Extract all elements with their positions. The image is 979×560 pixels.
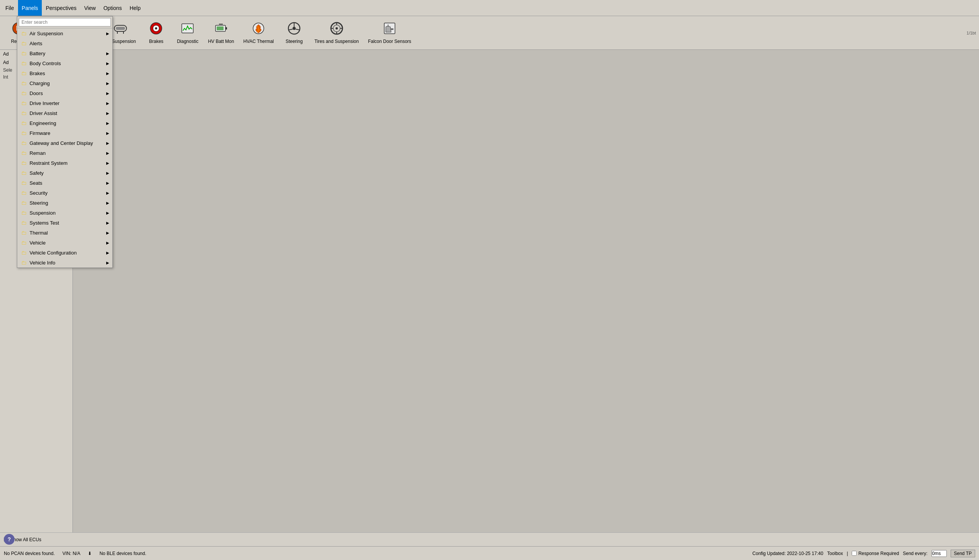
dropdown-item-vehicle-configuration[interactable]: 🗀Vehicle Configuration▶: [17, 248, 112, 258]
dropdown-item-label: Brakes: [30, 70, 45, 76]
response-required-label[interactable]: Response Required: [852, 551, 899, 556]
diagnostic-icon: [181, 22, 194, 37]
folder-icon: 🗀: [21, 190, 27, 196]
toolbox-label: Toolbox: [827, 551, 843, 556]
dropdown-item-label: Restraint System: [30, 160, 67, 166]
folder-icon: 🗀: [21, 130, 27, 136]
dropdown-item-label: Vehicle Info: [30, 260, 55, 266]
submenu-arrow-icon: ▶: [106, 91, 109, 95]
toolbar-btn-hvac-thermal-label: HVAC Thermal: [243, 39, 274, 44]
hv-batt-mon-icon: [214, 22, 228, 37]
hvac-thermal-icon: [252, 22, 265, 37]
svg-rect-32: [390, 28, 394, 30]
svg-point-26: [335, 27, 338, 30]
dropdown-item-seats[interactable]: 🗀Seats▶: [17, 178, 112, 188]
dropdown-item-suspension[interactable]: 🗀Suspension▶: [17, 208, 112, 218]
toolbar-btn-steering[interactable]: Steering: [279, 18, 309, 48]
dropdown-item-doors[interactable]: 🗀Doors▶: [17, 88, 112, 98]
toolbar-btn-brakes[interactable]: Brakes: [141, 18, 172, 48]
dropdown-item-thermal[interactable]: 🗀Thermal▶: [17, 228, 112, 238]
folder-icon: 🗀: [21, 140, 27, 146]
submenu-arrow-icon: ▶: [106, 261, 109, 265]
dropdown-items-list: 🗀Air Suspension▶🗀Alerts🗀Battery▶🗀Body Co…: [17, 28, 112, 268]
toolbar-btn-tires-suspension[interactable]: Tires and Suspension: [310, 18, 363, 48]
folder-icon: 🗀: [21, 160, 27, 166]
dropdown-search-input[interactable]: [19, 18, 111, 27]
dropdown-item-security[interactable]: 🗀Security▶: [17, 188, 112, 198]
toolbar-btn-diagnostic-label: Diagnostic: [177, 39, 198, 44]
ble-status: No BLE devices found.: [99, 551, 146, 556]
toolbar-btn-falcon-door[interactable]: Falcon Door Sensors: [364, 18, 416, 48]
dropdown-item-charging[interactable]: 🗀Charging▶: [17, 78, 112, 88]
submenu-arrow-icon: ▶: [106, 81, 109, 85]
dropdown-item-vehicle[interactable]: 🗀Vehicle▶: [17, 238, 112, 248]
dropdown-item-engineering[interactable]: 🗀Engineering▶: [17, 118, 112, 128]
dropdown-item-firmware[interactable]: 🗀Firmware▶: [17, 128, 112, 138]
menu-view[interactable]: View: [80, 0, 100, 16]
dropdown-item-battery[interactable]: 🗀Battery▶: [17, 48, 112, 58]
menubar: File Panels Perspectives View Options He…: [0, 0, 979, 16]
dropdown-item-label: Reman: [30, 150, 46, 156]
dropdown-item-reman[interactable]: 🗀Reman▶: [17, 148, 112, 158]
menu-help[interactable]: Help: [126, 0, 145, 16]
statusbar-right: Config Updated: 2022-10-25 17:40 Toolbox…: [752, 550, 975, 557]
download-icon: ⬇: [88, 551, 92, 556]
dropdown-item-label: Driver Assist: [30, 110, 57, 116]
dropdown-item-label: Gateway and Center Display: [30, 140, 93, 146]
air-suspension-icon: [113, 22, 127, 37]
folder-icon: 🗀: [21, 40, 27, 47]
menu-perspectives[interactable]: Perspectives: [42, 0, 80, 16]
dropdown-item-label: Charging: [30, 80, 50, 86]
dropdown-item-air-suspension[interactable]: 🗀Air Suspension▶: [17, 28, 112, 38]
folder-icon: 🗀: [21, 240, 27, 246]
dropdown-item-driver-assist[interactable]: 🗀Driver Assist▶: [17, 108, 112, 118]
dropdown-item-drive-inverter[interactable]: 🗀Drive Inverter▶: [17, 98, 112, 108]
tires-suspension-icon: [330, 22, 344, 37]
submenu-arrow-icon: ▶: [106, 101, 109, 105]
dropdown-item-label: Engineering: [30, 120, 56, 126]
bottom-panel: Show All ECUs: [0, 532, 979, 546]
dropdown-item-body-controls[interactable]: 🗀Body Controls▶: [17, 58, 112, 68]
submenu-arrow-icon: ▶: [106, 121, 109, 125]
dropdown-item-label: Suspension: [30, 210, 56, 216]
steering-icon: [287, 22, 301, 37]
dropdown-item-systems-test[interactable]: 🗀Systems Test▶: [17, 218, 112, 228]
submenu-arrow-icon: ▶: [106, 181, 109, 185]
toolbar-btn-hv-batt-mon[interactable]: HV Batt Mon: [203, 18, 238, 48]
dropdown-item-steering[interactable]: 🗀Steering▶: [17, 198, 112, 208]
toolbar-btn-diagnostic[interactable]: Diagnostic: [172, 18, 203, 48]
menu-panels[interactable]: Panels: [18, 0, 42, 16]
dropdown-item-brakes[interactable]: 🗀Brakes▶: [17, 68, 112, 78]
dropdown-item-alerts[interactable]: 🗀Alerts: [17, 38, 112, 48]
dropdown-item-safety[interactable]: 🗀Safety▶: [17, 168, 112, 178]
folder-icon: 🗀: [21, 170, 27, 176]
response-required-checkbox[interactable]: [852, 551, 857, 556]
dropdown-search-container: [17, 17, 112, 28]
toolbar-btn-hvac-thermal[interactable]: HVAC Thermal: [239, 18, 278, 48]
dropdown-item-label: Security: [30, 190, 48, 196]
submenu-arrow-icon: ▶: [106, 241, 109, 245]
folder-icon: 🗀: [21, 50, 27, 56]
toolbar-scroll-indicator: 1/1bt: [967, 31, 976, 35]
dropdown-item-label: Systems Test: [30, 220, 59, 226]
dropdown-item-label: Air Suspension: [30, 31, 63, 37]
folder-icon: 🗀: [21, 70, 27, 76]
send-every-input[interactable]: [931, 550, 947, 557]
folder-icon: 🗀: [21, 200, 27, 206]
submenu-arrow-icon: ▶: [106, 151, 109, 155]
folder-icon: 🗀: [21, 180, 27, 186]
dropdown-item-label: Doors: [30, 90, 43, 96]
toolbar-btn-tires-suspension-label: Tires and Suspension: [314, 39, 359, 44]
menu-options[interactable]: Options: [100, 0, 126, 16]
dropdown-item-label: Seats: [30, 180, 42, 186]
show-all-ecus-text: Show All ECUs: [10, 537, 42, 542]
help-button[interactable]: ?: [4, 534, 15, 545]
dropdown-item-gateway-and-center-display[interactable]: 🗀Gateway and Center Display▶: [17, 138, 112, 148]
dropdown-item-restraint-system[interactable]: 🗀Restraint System▶: [17, 158, 112, 168]
folder-icon: 🗀: [21, 90, 27, 96]
dropdown-item-label: Battery: [30, 51, 45, 56]
send-tp-button[interactable]: Send TP: [951, 550, 975, 557]
dropdown-item-label: Vehicle: [30, 240, 46, 246]
menu-file[interactable]: File: [2, 0, 18, 16]
dropdown-item-vehicle-info[interactable]: 🗀Vehicle Info▶: [17, 258, 112, 268]
